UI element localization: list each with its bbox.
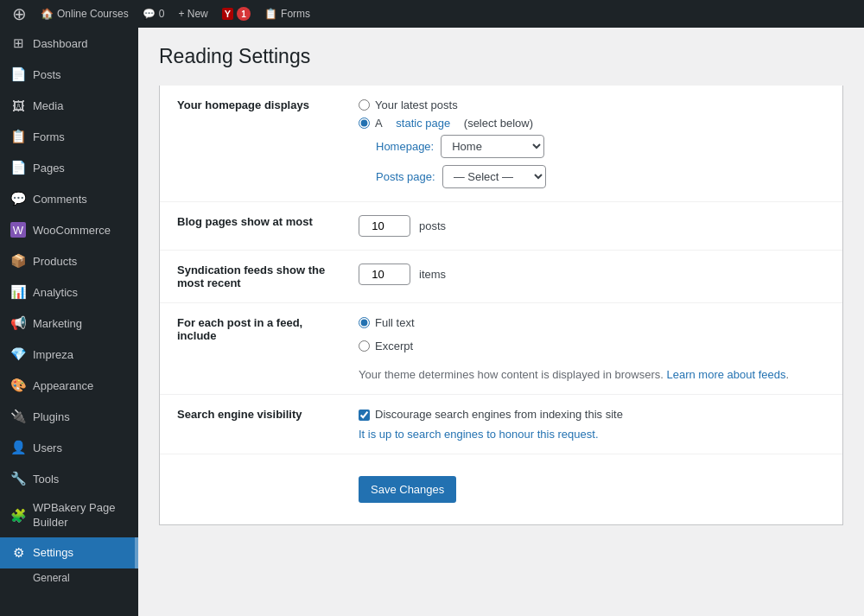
settings-table: Your homepage displays Your latest posts… — [160, 86, 842, 524]
save-row: Save Changes — [160, 454, 842, 525]
save-td: Save Changes — [350, 454, 842, 525]
settings-form: Your homepage displays Your latest posts… — [159, 86, 843, 525]
marketing-icon: 📢 — [10, 315, 26, 331]
home-icon: 🏠 — [41, 8, 54, 20]
blog-pages-input[interactable] — [359, 215, 410, 237]
homepage-displays-row: Your homepage displays Your latest posts… — [160, 86, 842, 202]
discourage-search-engines-checkbox[interactable] — [359, 410, 370, 421]
homepage-select-row: Homepage: Home About Contact Blog — [376, 135, 834, 158]
syndication-feeds-unit: items — [419, 268, 446, 281]
excerpt-option[interactable]: Excerpt — [359, 340, 834, 352]
sidebar-item-wpbakery[interactable]: 🧩 WPBakery Page Builder — [0, 494, 138, 537]
discourage-search-engines-option[interactable]: Discourage search engines from indexing … — [359, 408, 834, 421]
sidebar-item-woocommerce[interactable]: W WooCommerce — [0, 214, 138, 245]
static-page-link[interactable]: static page — [396, 117, 450, 130]
comments-link[interactable]: 💬 0 — [137, 0, 170, 28]
wpbakery-icon: 🧩 — [10, 508, 26, 524]
visibility-note: It is up to search engines to honour thi… — [359, 428, 834, 441]
search-visibility-label: Search engine visibility — [160, 395, 350, 454]
sidebar-item-plugins[interactable]: 🔌 Plugins — [0, 401, 138, 432]
products-icon: 📦 — [10, 253, 26, 269]
yoast-link[interactable]: Y 1 — [217, 0, 256, 28]
sidebar-item-analytics[interactable]: 📊 Analytics — [0, 276, 138, 308]
settings-icon: ⚙ — [10, 545, 26, 561]
forms-sidebar-icon: 📋 — [10, 129, 26, 144]
sidebar-item-media[interactable]: 🖼 Media — [0, 90, 138, 121]
analytics-icon: 📊 — [10, 284, 26, 300]
sidebar-item-impreza[interactable]: 💎 Impreza — [0, 339, 138, 370]
homepage-displays-label: Your homepage displays — [160, 86, 350, 202]
blog-pages-label: Blog pages show at most — [160, 202, 350, 251]
latest-posts-option[interactable]: Your latest posts — [359, 98, 834, 111]
learn-more-feeds-link[interactable]: Learn more about feeds — [667, 368, 786, 381]
static-page-radio[interactable] — [359, 117, 370, 129]
save-changes-button[interactable]: Save Changes — [359, 476, 456, 503]
wp-logo[interactable]: ⊕ — [7, 0, 32, 28]
sidebar: ⊞ Dashboard 📄 Posts 🖼 Media 📋 Forms 📄 Pa… — [0, 28, 138, 616]
save-wrap: Save Changes — [359, 467, 834, 511]
homepage-select[interactable]: Home About Contact Blog — [441, 135, 544, 158]
static-page-option[interactable]: A static page (select below) — [359, 117, 834, 130]
latest-posts-radio[interactable] — [359, 99, 370, 111]
forms-icon: 📋 — [264, 8, 277, 20]
search-visibility-td: Discourage search engines from indexing … — [350, 395, 842, 454]
sidebar-item-users[interactable]: 👤 Users — [0, 432, 138, 463]
posts-icon: 📄 — [10, 67, 26, 82]
syndication-feeds-label: Syndication feeds show the most recent — [160, 251, 350, 303]
sidebar-item-products[interactable]: 📦 Products — [0, 245, 138, 276]
sidebar-item-dashboard[interactable]: ⊞ Dashboard — [0, 28, 138, 59]
page-title: Reading Settings — [159, 45, 843, 68]
syndication-feeds-row: Syndication feeds show the most recent i… — [160, 251, 842, 303]
posts-page-select-row: Posts page: — Select — Blog News Home — [376, 165, 834, 188]
visibility-options: Discourage search engines from indexing … — [359, 408, 834, 441]
sidebar-item-pages[interactable]: 📄 Pages — [0, 152, 138, 183]
blog-pages-unit: posts — [419, 219, 446, 232]
sidebar-item-forms[interactable]: 📋 Forms — [0, 121, 138, 152]
syndication-feeds-td: items — [350, 251, 842, 303]
woocommerce-icon: W — [10, 222, 26, 238]
pages-icon: 📄 — [10, 160, 26, 175]
sidebar-item-appearance[interactable]: 🎨 Appearance — [0, 370, 138, 401]
blog-pages-td: posts — [350, 202, 842, 251]
posts-page-select-label: Posts page: — [376, 170, 435, 183]
full-text-option[interactable]: Full text — [359, 316, 834, 329]
posts-page-select[interactable]: — Select — Blog News Home — [442, 165, 546, 188]
sidebar-item-posts[interactable]: 📄 Posts — [0, 59, 138, 90]
feed-include-row: For each post in a feed, include Full te… — [160, 303, 842, 395]
syndication-feeds-input[interactable] — [359, 264, 410, 285]
new-button[interactable]: + New — [173, 0, 213, 28]
appearance-icon: 🎨 — [10, 378, 26, 393]
sidebar-item-tools[interactable]: 🔧 Tools — [0, 463, 138, 494]
media-icon: 🖼 — [10, 98, 26, 113]
homepage-displays-options: Your latest posts A static page (select … — [350, 86, 842, 202]
full-text-radio[interactable] — [359, 317, 370, 328]
homepage-select-label: Homepage: — [376, 140, 434, 153]
comments-icon: 💬 — [143, 8, 156, 20]
feed-include-options: Full text Excerpt Your theme determines … — [359, 316, 834, 381]
search-visibility-row: Search engine visibility Discourage sear… — [160, 395, 842, 454]
tools-icon: 🔧 — [10, 471, 26, 486]
topbar: ⊕ 🏠 Online Courses 💬 0 + New Y 1 📋 Forms — [0, 0, 864, 28]
dashboard-icon: ⊞ — [10, 35, 26, 51]
main-content: Reading Settings Your homepage displays … — [138, 28, 864, 616]
comments-sidebar-icon: 💬 — [10, 191, 26, 206]
theme-note: Your theme determines how content is dis… — [359, 368, 834, 381]
sidebar-item-settings[interactable]: ⚙ Settings — [0, 537, 138, 568]
feed-include-td: Full text Excerpt Your theme determines … — [350, 303, 842, 395]
feed-include-label: For each post in a feed, include — [160, 303, 350, 395]
plugins-icon: 🔌 — [10, 409, 26, 424]
sidebar-sub-general[interactable]: General — [0, 568, 138, 587]
impreza-icon: 💎 — [10, 346, 26, 362]
blog-pages-row: Blog pages show at most posts — [160, 202, 842, 251]
site-name[interactable]: 🏠 Online Courses — [35, 0, 134, 28]
users-icon: 👤 — [10, 440, 26, 455]
yoast-icon: Y — [222, 8, 233, 20]
sidebar-item-comments[interactable]: 💬 Comments — [0, 183, 138, 214]
sidebar-item-marketing[interactable]: 📢 Marketing — [0, 308, 138, 339]
forms-link[interactable]: 📋 Forms — [259, 0, 315, 28]
excerpt-radio[interactable] — [359, 340, 370, 352]
